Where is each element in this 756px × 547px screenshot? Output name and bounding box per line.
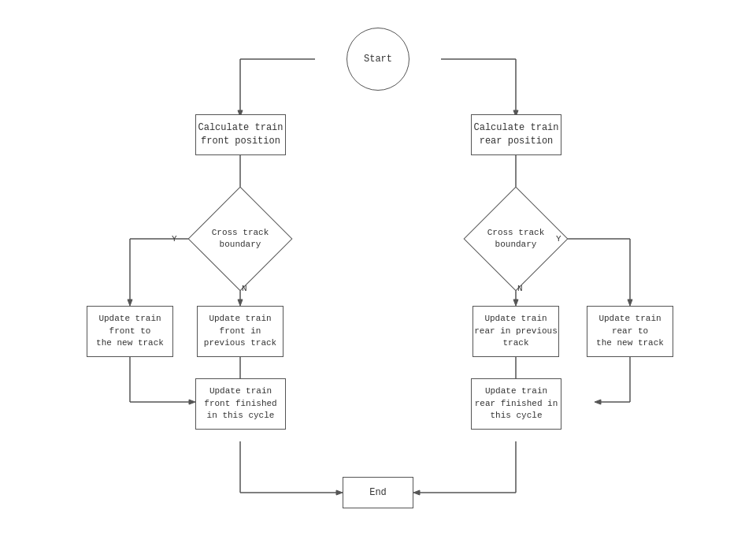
- end-label: End: [369, 486, 387, 500]
- rear-diamond-n-label: N: [517, 284, 523, 293]
- update-front-new-node: Update train front to the new track: [87, 306, 173, 357]
- svg-marker-22: [189, 400, 195, 404]
- svg-marker-19: [513, 300, 518, 306]
- calc-front-label: Calculate train front position: [198, 121, 283, 148]
- update-rear-prev-node: Update train rear in previous track: [472, 306, 559, 357]
- rear-finished-label: Update train rear finished in this cycle: [475, 385, 558, 422]
- rear-finished-node: Update train rear finished in this cycle: [471, 378, 561, 430]
- flowchart: Start Calculate train front position Cal…: [0, 0, 756, 547]
- update-rear-new-node: Update train rear to the new track: [587, 306, 673, 357]
- svg-marker-31: [595, 400, 601, 404]
- cross-front-diamond: Cross track boundary: [188, 187, 293, 292]
- cross-rear-label: Cross track boundary: [487, 227, 545, 251]
- svg-marker-17: [628, 300, 632, 306]
- start-label: Start: [364, 53, 392, 66]
- update-front-prev-node: Update train front in previous track: [197, 306, 284, 357]
- front-finished-label: Update train front finished in this cycl…: [204, 385, 276, 422]
- calc-rear-node: Calculate train rear position: [471, 114, 561, 155]
- svg-marker-34: [336, 490, 343, 495]
- cross-rear-diamond: Cross track boundary: [464, 187, 569, 292]
- front-diamond-y-label: Y: [172, 234, 177, 244]
- svg-marker-14: [238, 300, 243, 306]
- front-finished-node: Update train front finished in this cycl…: [195, 378, 286, 430]
- start-node: Start: [346, 28, 410, 91]
- cross-front-label: Cross track boundary: [212, 227, 269, 251]
- update-rear-new-label: Update train rear to the new track: [596, 313, 664, 349]
- end-node: End: [343, 477, 413, 508]
- calc-rear-label: Calculate train rear position: [473, 121, 558, 148]
- update-front-new-label: Update train front to the new track: [96, 313, 164, 349]
- front-diamond-n-label: N: [242, 284, 247, 293]
- calc-front-node: Calculate train front position: [195, 114, 286, 155]
- svg-marker-37: [413, 490, 420, 495]
- update-front-prev-label: Update train front in previous track: [204, 313, 276, 349]
- update-rear-prev-label: Update train rear in previous track: [474, 313, 558, 349]
- svg-marker-12: [128, 300, 132, 306]
- rear-diamond-y-label: Y: [556, 234, 561, 244]
